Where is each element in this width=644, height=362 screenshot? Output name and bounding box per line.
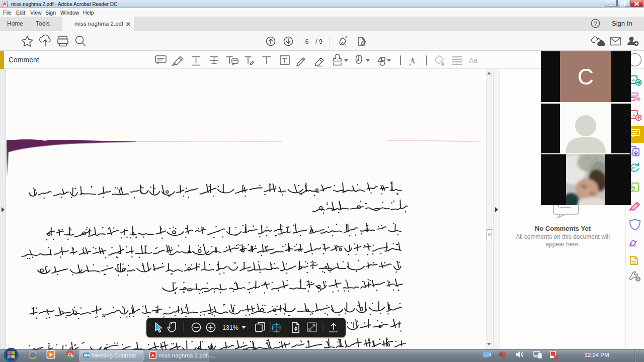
svg-text:miss naghma 2.pdf -...: miss naghma 2.pdf -...: [158, 352, 216, 358]
svg-text:131%: 131%: [222, 324, 238, 331]
svg-text:/ 9: / 9: [315, 38, 323, 45]
svg-text:6: 6: [305, 38, 309, 45]
svg-text:Meeting Controls: Meeting Controls: [92, 352, 136, 358]
svg-text:A: A: [632, 78, 635, 82]
svg-text:Aa: Aa: [469, 56, 477, 64]
svg-text:A: A: [632, 113, 635, 118]
svg-text:?: ?: [594, 21, 597, 27]
svg-text:A: A: [151, 353, 155, 358]
svg-text:12:24 PM: 12:24 PM: [584, 352, 609, 358]
